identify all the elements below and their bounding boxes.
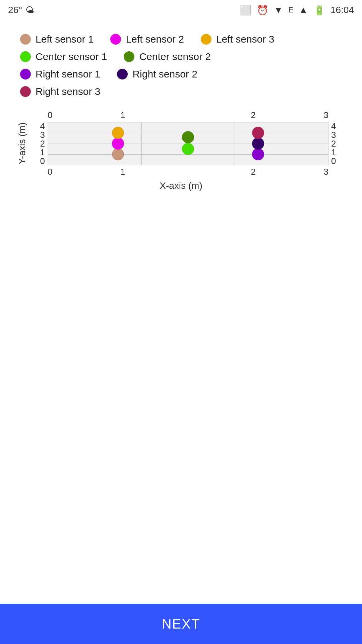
data-point-left-sensor-2: [112, 138, 124, 150]
x-axis-top: 0123: [48, 110, 328, 120]
x-tick-top: 0: [48, 110, 58, 120]
data-point-right-sensor-1: [252, 148, 264, 160]
legend-dot: [124, 51, 134, 62]
next-button[interactable]: NEXT: [0, 604, 362, 644]
legend-row-1: Center sensor 1Center sensor 2: [20, 51, 342, 62]
data-point-right-sensor-3: [252, 127, 264, 139]
main-content: Left sensor 1Left sensor 2Left sensor 3C…: [0, 20, 362, 604]
legend-item: Left sensor 1: [20, 34, 94, 45]
legend-row-3: Right sensor 3: [20, 86, 342, 97]
y-tick-right: 0: [331, 157, 336, 165]
data-point-center-sensor-2: [182, 131, 194, 143]
legend-row-2: Right sensor 1Right sensor 2: [20, 68, 342, 80]
legend-item: Left sensor 3: [201, 34, 274, 45]
legend-dot: [20, 86, 31, 97]
x-tick-bottom: 0: [48, 167, 58, 177]
wifi-icon: ▼: [274, 5, 283, 15]
legend-label: Center sensor 1: [36, 51, 107, 62]
legend: Left sensor 1Left sensor 2Left sensor 3C…: [13, 34, 349, 103]
legend-dot: [110, 34, 121, 45]
legend-label: Left sensor 3: [216, 34, 274, 45]
legend-dot: [20, 69, 31, 79]
y-ticks-left: 01234: [27, 122, 48, 165]
x-tick-bottom: 3: [318, 167, 328, 177]
y-axis-label: Y-axis (m): [13, 110, 27, 177]
y-tick-left: 2: [40, 139, 45, 148]
x-tick-bottom: 1: [58, 167, 188, 177]
legend-label: Right sensor 2: [132, 68, 197, 80]
legend-label: Center sensor 2: [139, 51, 210, 62]
y-tick-left: 4: [40, 122, 45, 130]
network-e-icon: E: [289, 6, 294, 14]
y-tick-left: 3: [40, 130, 45, 139]
y-tick-left: 0: [40, 157, 45, 165]
data-point-left-sensor-1: [112, 148, 124, 160]
y-tick-right: 3: [331, 130, 336, 139]
status-left: 26° 🌤: [8, 5, 34, 15]
signal-icon: ▲: [299, 5, 308, 15]
legend-item: Right sensor 3: [20, 86, 100, 97]
y-tick-right: 1: [331, 148, 336, 157]
data-point-right-sensor-2: [252, 138, 264, 150]
battery-icon: 🔋: [313, 5, 325, 16]
status-right: ⬜ ⏰ ▼ E ▲ 🔋 16:04: [240, 5, 354, 16]
x-tick-top: 1: [58, 110, 188, 120]
data-point-center-sensor-1: [182, 143, 194, 155]
chart-middle: 01234 01234: [27, 122, 349, 165]
alarm-icon: ⏰: [257, 5, 268, 16]
plot-area: [48, 122, 328, 165]
legend-dot: [20, 34, 31, 45]
legend-item: Left sensor 2: [110, 34, 184, 45]
clock: 16:04: [330, 5, 354, 15]
legend-row-0: Left sensor 1Left sensor 2Left sensor 3: [20, 34, 342, 45]
legend-item: Center sensor 2: [124, 51, 210, 62]
y-ticks-right: 01234: [328, 122, 349, 165]
grid-line-v: [328, 122, 328, 165]
status-bar: 26° 🌤 ⬜ ⏰ ▼ E ▲ 🔋 16:04: [0, 0, 362, 20]
chart-area: Y-axis (m) 0123 01234 01234 0123: [13, 110, 349, 177]
chart-with-axes: 0123 01234 01234 0123: [27, 110, 349, 177]
data-point-left-sensor-3: [112, 127, 124, 139]
x-tick-top: 3: [318, 110, 328, 120]
legend-label: Left sensor 1: [36, 34, 94, 45]
vibrate-icon: ⬜: [240, 5, 251, 16]
legend-dot: [117, 69, 128, 79]
grid-line-h: [48, 122, 328, 122]
y-tick-right: 4: [331, 122, 336, 130]
x-axis-bottom: 0123: [48, 167, 328, 177]
legend-label: Right sensor 3: [36, 86, 100, 97]
legend-item: Right sensor 2: [117, 68, 197, 80]
y-tick-left: 1: [40, 148, 45, 157]
y-tick-right: 2: [331, 139, 336, 148]
temperature: 26°: [8, 5, 22, 15]
legend-item: Center sensor 1: [20, 51, 107, 62]
legend-item: Right sensor 1: [20, 68, 100, 80]
legend-label: Right sensor 1: [36, 68, 100, 80]
legend-dot: [201, 34, 212, 45]
legend-label: Left sensor 2: [126, 34, 184, 45]
x-axis-title: X-axis (m): [160, 180, 202, 191]
grid-line-h: [48, 165, 328, 165]
legend-dot: [20, 51, 31, 62]
weather-icon: 🌤: [25, 5, 34, 15]
x-tick-top: 2: [188, 110, 318, 120]
chart-wrapper: Y-axis (m) 0123 01234 01234 0123 X-axis: [13, 110, 349, 597]
x-tick-bottom: 2: [188, 167, 318, 177]
